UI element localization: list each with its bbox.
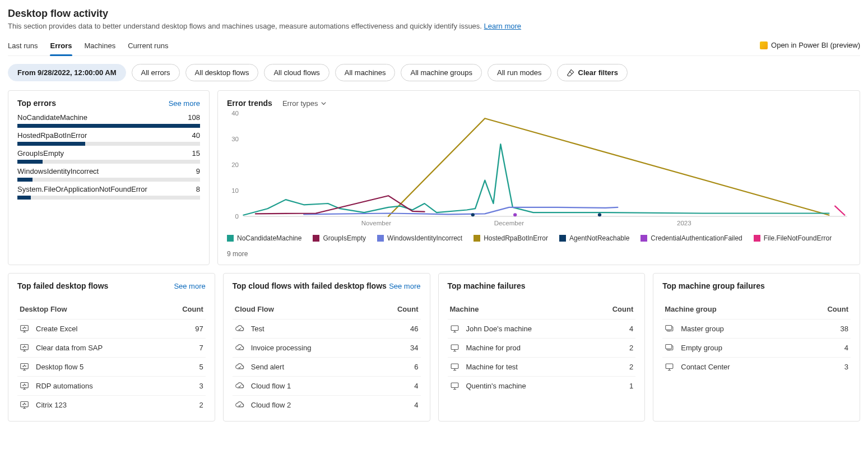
- tab-machines[interactable]: Machines: [85, 38, 116, 55]
- svg-text:10: 10: [231, 187, 239, 194]
- row-count: 7: [199, 344, 203, 352]
- top-error-row[interactable]: System.FileOrApplicationNotFoundError 8: [17, 185, 200, 200]
- top-error-count: 108: [188, 113, 200, 122]
- table-row[interactable]: Send alert 6: [233, 357, 421, 376]
- row-count: 38: [841, 325, 848, 333]
- top-error-count: 40: [192, 131, 200, 140]
- svg-text:0: 0: [235, 213, 239, 220]
- legend-more-link[interactable]: 9 more: [227, 250, 248, 258]
- filter-pill-all-machines[interactable]: All machines: [335, 64, 396, 81]
- clear-filters-button[interactable]: Clear filters: [557, 64, 628, 81]
- filter-pill-all-errors[interactable]: All errors: [132, 64, 180, 81]
- filter-date-pill[interactable]: From 9/28/2022, 12:00:00 AM: [8, 64, 126, 81]
- row-count: 4: [414, 382, 418, 390]
- table-row[interactable]: Machine for prod 2: [448, 338, 636, 357]
- top-error-name: WindowsIdentityIncorrect: [17, 167, 99, 175]
- table-row[interactable]: John Doe's machine 4: [448, 319, 636, 338]
- top-errors-card: Top errors See more NoCandidateMachine 1…: [8, 90, 210, 265]
- filter-pill-all-cloud-flows[interactable]: All cloud flows: [264, 64, 329, 81]
- cloud-flow-icon: [235, 324, 244, 334]
- failed-desktop-card: Top failed desktop flowsSee moreDesktop …: [8, 273, 215, 422]
- learn-more-link[interactable]: Learn more: [484, 22, 521, 30]
- table-row[interactable]: Test 46: [233, 319, 421, 338]
- table-row[interactable]: Cloud flow 2 4: [233, 395, 421, 414]
- top-error-row[interactable]: GroupIsEmpty 15: [17, 149, 200, 164]
- legend-label: CredentialAuthenticationFailed: [651, 234, 742, 242]
- row-name: John Doe's machine: [466, 325, 532, 333]
- legend-item[interactable]: File.FileNotFoundError: [754, 234, 832, 242]
- row-count: 2: [629, 344, 633, 352]
- row-name: Empty group: [681, 344, 722, 352]
- open-power-bi-label: Open in Power BI (preview): [771, 41, 860, 49]
- top-error-count: 15: [192, 149, 200, 158]
- open-power-bi-button[interactable]: Open in Power BI (preview): [760, 41, 860, 53]
- table-row[interactable]: Contact Center 3: [662, 357, 851, 376]
- legend-item[interactable]: WindowsIdentityIncorrect: [377, 234, 462, 242]
- page-subtitle: This section provides data to better und…: [8, 22, 860, 30]
- top-errors-title: Top errors: [17, 99, 56, 108]
- legend-item[interactable]: NoCandidateMachine: [227, 234, 301, 242]
- legend-label: File.FileNotFoundError: [764, 234, 832, 242]
- desktop-flow-icon: [20, 400, 29, 410]
- failed-cloud-see-more[interactable]: See more: [389, 282, 420, 290]
- row-count: 4: [629, 325, 633, 333]
- eraser-icon: [567, 68, 575, 77]
- desktop-flow-icon: [20, 343, 29, 353]
- table-row[interactable]: Machine for test 2: [448, 357, 636, 376]
- svg-point-11: [598, 213, 601, 216]
- legend-label: GroupIsEmpty: [323, 234, 366, 242]
- table-row[interactable]: Create Excel 97: [17, 319, 206, 338]
- svg-point-10: [471, 213, 475, 216]
- table-row[interactable]: Quentin's machine 1: [448, 376, 636, 395]
- row-count: 3: [199, 382, 203, 390]
- legend-item[interactable]: GroupIsEmpty: [313, 234, 366, 242]
- svg-text:December: December: [494, 220, 524, 226]
- top-error-row[interactable]: NoCandidateMachine 108: [17, 113, 200, 128]
- row-count: 3: [844, 363, 848, 371]
- error-trends-legend: NoCandidateMachineGroupIsEmptyWindowsIde…: [227, 234, 851, 258]
- machine-failures-col1: Machine: [450, 305, 479, 313]
- group-failures-col1: Machine group: [665, 305, 716, 313]
- table-row[interactable]: Invoice processing 34: [233, 338, 421, 357]
- table-row[interactable]: Empty group 4: [662, 338, 851, 357]
- cloud-flow-icon: [235, 381, 244, 391]
- table-row[interactable]: Master group 38: [662, 319, 851, 338]
- group-failures-col2: Count: [827, 305, 848, 313]
- table-row[interactable]: Cloud flow 1 4: [233, 376, 421, 395]
- filter-pill-all-machine-groups[interactable]: All machine groups: [401, 64, 482, 81]
- failed-desktop-see-more[interactable]: See more: [174, 282, 205, 290]
- top-errors-see-more[interactable]: See more: [169, 99, 200, 108]
- table-row[interactable]: Desktop flow 5 5: [17, 357, 206, 376]
- table-row[interactable]: Clear data from SAP 7: [17, 338, 206, 357]
- tab-current-runs[interactable]: Current runs: [128, 38, 168, 55]
- filter-pill-all-desktop-flows[interactable]: All desktop flows: [185, 64, 259, 81]
- tab-errors[interactable]: Errors: [50, 38, 72, 55]
- monitor-icon: [665, 362, 674, 372]
- row-name: RDP automations: [36, 382, 93, 390]
- machine-failures-card: Top machine failuresMachineCount John Do…: [438, 273, 646, 422]
- legend-item[interactable]: HostedRpaBotInError: [474, 234, 548, 242]
- row-name: Test: [251, 325, 264, 333]
- failed-desktop-col1: Desktop Flow: [20, 305, 67, 313]
- top-error-bar: [17, 196, 200, 200]
- row-name: Invoice processing: [251, 344, 312, 352]
- legend-item[interactable]: CredentialAuthenticationFailed: [640, 234, 742, 242]
- table-row[interactable]: RDP automations 3: [17, 376, 206, 395]
- top-error-row[interactable]: WindowsIdentityIncorrect 9: [17, 167, 200, 182]
- row-name: Desktop flow 5: [36, 363, 83, 371]
- svg-text:November: November: [361, 220, 391, 226]
- error-types-dropdown[interactable]: Error types: [282, 99, 327, 108]
- row-name: Citrix 123: [36, 401, 67, 409]
- legend-label: HostedRpaBotInError: [484, 234, 548, 242]
- legend-item[interactable]: AgentNotReachable: [559, 234, 629, 242]
- legend-swatch: [313, 235, 319, 242]
- top-error-row[interactable]: HostedRpaBotInError 40: [17, 131, 200, 146]
- svg-text:40: 40: [231, 110, 239, 117]
- row-name: Clear data from SAP: [36, 344, 103, 352]
- tab-last-runs[interactable]: Last runs: [8, 38, 38, 55]
- row-count: 1: [629, 382, 633, 390]
- row-name: Create Excel: [36, 325, 77, 333]
- table-row[interactable]: Citrix 123 2: [17, 395, 206, 414]
- monitor-group-icon: [665, 343, 674, 353]
- filter-pill-all-run-modes[interactable]: All run modes: [488, 64, 551, 81]
